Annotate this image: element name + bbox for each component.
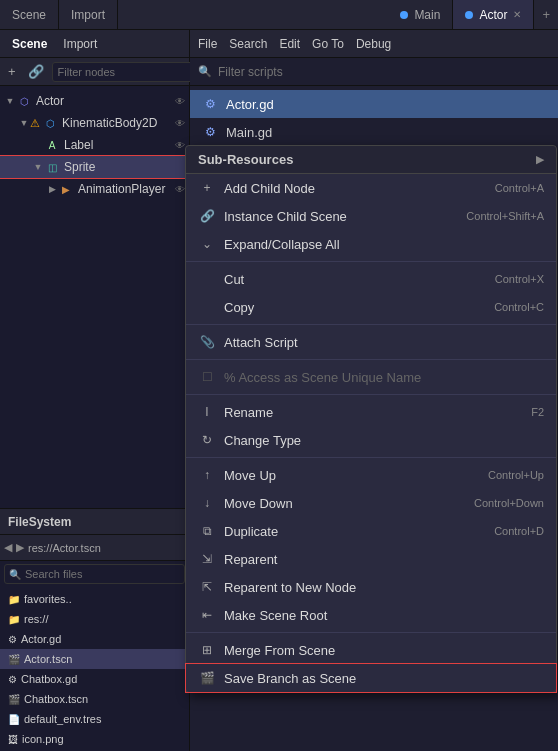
tree-arrow-icon: ▶ [46, 184, 58, 194]
shortcut-label: Control+X [495, 273, 544, 285]
tab-main[interactable]: Main [388, 0, 453, 29]
file-name: favorites.. [24, 593, 72, 605]
context-menu-item-expand-collapse[interactable]: ⌄ Expand/Collapse All [186, 230, 556, 258]
context-item-icon: ↻ [198, 433, 216, 447]
context-menu-item-rename[interactable]: I Rename F2 [186, 398, 556, 426]
visibility-icons: 👁 [175, 96, 185, 107]
context-menu-item-instance-child-scene[interactable]: 🔗 Instance Child Scene Control+Shift+A [186, 202, 556, 230]
script-list-item[interactable]: ⚙ Main.gd [190, 118, 558, 146]
menu-item-debug[interactable]: Debug [356, 37, 391, 51]
menu-item-search[interactable]: Search [229, 37, 267, 51]
script-icon: ⚙ [202, 124, 218, 140]
context-item-icon: I [198, 405, 216, 419]
shortcut-label: Control+Shift+A [466, 210, 544, 222]
context-item-label: Attach Script [224, 335, 544, 350]
import-tab[interactable]: Import [57, 37, 103, 51]
context-menu-item-add-child-node[interactable]: + Add Child Node Control+A [186, 174, 556, 202]
file-name: Actor.tscn [24, 653, 72, 665]
scene-tree: ▼⬡Actor 👁 ▼⚠⬡KinematicBody2D 👁 ALabel 👁 … [0, 86, 189, 508]
context-menu-item-move-up[interactable]: ↑ Move Up Control+Up [186, 461, 556, 489]
context-menu-item-change-type[interactable]: ↻ Change Type [186, 426, 556, 454]
tree-arrow-icon: ▼ [32, 162, 44, 172]
menu-item-go to[interactable]: Go To [312, 37, 344, 51]
menu-item-edit[interactable]: Edit [279, 37, 300, 51]
context-menu-item-save-branch[interactable]: 🎬 Save Branch as Scene [186, 664, 556, 692]
filesystem-path: res://Actor.tscn [28, 542, 185, 554]
scene-toolbar: + 🔗 🔍 ⚙ [0, 58, 189, 86]
filter-icon: 🔍 [198, 65, 212, 78]
tab-scene[interactable]: Scene [0, 0, 59, 29]
filesystem-item[interactable]: 📁 favorites.. [0, 589, 189, 609]
filesystem-search: 🔍 [4, 564, 185, 584]
context-item-label: Save Branch as Scene [224, 671, 544, 686]
file-type-icon: ⚙ [8, 634, 17, 645]
context-menu-item-attach-script[interactable]: 📎 Attach Script [186, 328, 556, 356]
warning-icon: ⚠ [30, 117, 40, 130]
eye-icon: 👁 [175, 140, 185, 151]
context-menu-item-make-scene-root[interactable]: ⇤ Make Scene Root [186, 601, 556, 629]
file-name: res:// [24, 613, 48, 625]
filesystem-toolbar: ◀ ▶ res://Actor.tscn [0, 535, 189, 561]
context-item-icon: ⇲ [198, 552, 216, 566]
add-tab-button[interactable]: + [534, 7, 558, 22]
scene-panel-header: Scene Import [0, 30, 189, 58]
filter-scripts-input[interactable] [218, 65, 550, 79]
filesystem-item[interactable]: ⚙ Actor.gd [0, 629, 189, 649]
context-menu-item-access-unique-name[interactable]: ☐ % Access as Scene Unique Name [186, 363, 556, 391]
tree-item[interactable]: ▼◫Sprite [0, 156, 189, 178]
link-button[interactable]: 🔗 [24, 62, 48, 81]
shortcut-label: Control+D [494, 525, 544, 537]
scene-tab[interactable]: Scene [6, 37, 53, 51]
visibility-icons: 👁 [175, 118, 185, 129]
filesystem-item[interactable]: 📁 res:// [0, 609, 189, 629]
tree-item[interactable]: ▼⚠⬡KinematicBody2D 👁 [0, 112, 189, 134]
tree-item[interactable]: ALabel 👁 [0, 134, 189, 156]
filesystem-item[interactable]: ⚙ Chatbox.gd [0, 669, 189, 689]
context-divider [186, 457, 556, 458]
context-item-icon: ↓ [198, 496, 216, 510]
script-name: Actor.gd [226, 97, 274, 112]
context-menu-item-reparent-to-new[interactable]: ⇱ Reparent to New Node [186, 573, 556, 601]
tree-item[interactable]: ▼⬡Actor 👁 [0, 90, 189, 112]
script-filter: 🔍 [190, 58, 558, 86]
context-item-icon: ⊞ [198, 643, 216, 657]
context-divider [186, 324, 556, 325]
add-node-button[interactable]: + [4, 62, 20, 81]
close-icon[interactable]: ✕ [513, 9, 521, 20]
context-menu-item-cut[interactable]: Cut Control+X [186, 265, 556, 293]
file-type-icon: ⚙ [8, 674, 17, 685]
add-tab-icon: + [542, 7, 550, 22]
filesystem-item[interactable]: 🎬 Actor.tscn [0, 649, 189, 669]
left-panel: Scene Import + 🔗 🔍 ⚙ ▼⬡Actor 👁 ▼⚠⬡Kinema… [0, 30, 190, 751]
tree-item-name: Actor [36, 94, 64, 108]
menu-item-file[interactable]: File [198, 37, 217, 51]
script-list-item[interactable]: ⚙ Actor.gd [190, 90, 558, 118]
context-menu-item-copy[interactable]: Copy Control+C [186, 293, 556, 321]
context-menu-item-move-down[interactable]: ↓ Move Down Control+Down [186, 489, 556, 517]
context-item-label: Add Child Node [224, 181, 495, 196]
file-name: Chatbox.tscn [24, 693, 88, 705]
filesystem-item[interactable]: 📄 default_env.tres [0, 709, 189, 729]
tree-item[interactable]: ▶▶AnimationPlayer 👁 [0, 178, 189, 200]
shortcut-label: Control+C [494, 301, 544, 313]
file-type-icon: 📁 [8, 594, 20, 605]
tab-scene-label: Scene [12, 8, 46, 22]
filesystem-item[interactable]: 🎬 Chatbox.tscn [0, 689, 189, 709]
visibility-icons: 👁 [175, 140, 185, 151]
script-name: Main.gd [226, 125, 272, 140]
filter-nodes-input[interactable] [52, 62, 202, 82]
node-type-icon: A [44, 137, 60, 153]
context-menu-item-merge-from-scene[interactable]: ⊞ Merge From Scene [186, 636, 556, 664]
filesystem-item[interactable]: 🖼 icon.png [0, 729, 189, 749]
context-menu-item-reparent[interactable]: ⇲ Reparent [186, 545, 556, 573]
search-files-input[interactable] [25, 568, 145, 580]
nav-back-button[interactable]: ◀ [4, 541, 12, 554]
file-type-icon: 📁 [8, 614, 20, 625]
tab-actor[interactable]: Actor ✕ [453, 0, 534, 29]
nav-forward-button[interactable]: ▶ [16, 541, 24, 554]
tab-import[interactable]: Import [59, 0, 118, 29]
context-item-label: Copy [224, 300, 494, 315]
shortcut-label: Control+A [495, 182, 544, 194]
context-item-icon: 📎 [198, 335, 216, 349]
context-menu-item-duplicate[interactable]: ⧉ Duplicate Control+D [186, 517, 556, 545]
